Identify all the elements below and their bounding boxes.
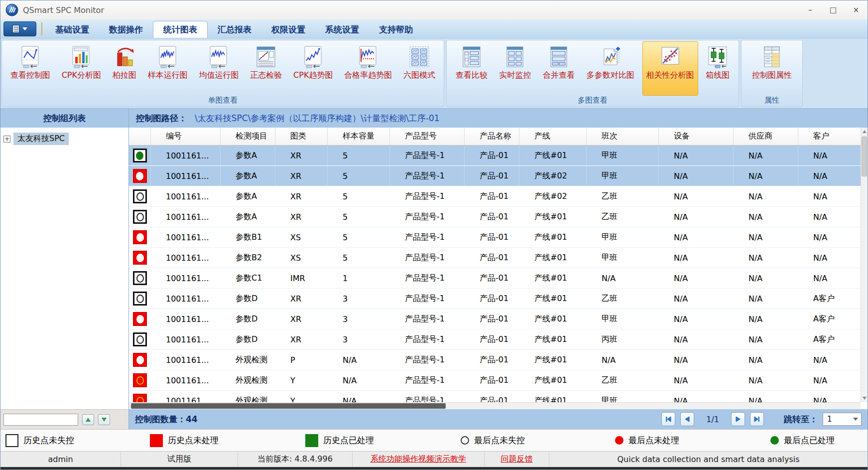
tab-6[interactable]: 系统设置 (315, 21, 369, 38)
tab-3[interactable]: 统计图表 (153, 21, 208, 38)
app-menu-button[interactable] (3, 21, 36, 36)
cell-检测项目: 参数C1 (221, 268, 275, 288)
status-segment-1: admin (0, 452, 121, 467)
tab-1[interactable]: 基础设置 (45, 21, 99, 38)
table-row[interactable]: 1001161...参数B2XS5产品型号-1产品-01产线#01甲班N/AN/… (129, 248, 861, 268)
cell-编号: 1001161... (151, 207, 221, 227)
table-row[interactable]: 1001161外观检测YN/A产品型号-1产品-01产线#01甲班N/AN/AN… (129, 391, 861, 402)
row-status-cell (129, 248, 151, 268)
tab-5[interactable]: 权限设置 (261, 21, 315, 38)
box-plot-button[interactable]: 箱线图 (702, 41, 734, 96)
table-row[interactable]: 1001161...外观检测YN/A产品型号-1产品-01产线#01乙班N/AN… (129, 370, 861, 391)
cell-客户: N/A (798, 268, 861, 288)
table-row[interactable]: 1001161...参数AXR5产品型号-1产品-01产线#01乙班N/AN/A… (129, 207, 861, 227)
column-header-6[interactable]: 产品名称 (465, 128, 519, 145)
cpk-trend-button[interactable]: CPK趋势图 (289, 41, 337, 96)
table-row[interactable]: 1001161...参数B1XS5产品型号-1产品-01产线#01甲班N/AN/… (129, 227, 861, 248)
table-row[interactable]: 1001161...参数AXR5产品型号-1产品-01产线#01甲班N/AN/A… (129, 146, 861, 166)
table-row[interactable]: 1001161...参数AXR5产品型号-1产品-01产线#02乙班N/AN/A… (129, 186, 861, 207)
close-button[interactable]: × (845, 0, 868, 19)
column-header-10[interactable]: 供应商 (734, 128, 798, 145)
box-plot-icon (706, 45, 729, 69)
horizontal-scroll-thumb[interactable] (131, 403, 446, 409)
search-input[interactable] (3, 414, 78, 426)
pareto-button[interactable]: 柏拉图 (109, 41, 140, 96)
pass-rate-trend-button[interactable]: 合格率趋势图 (340, 41, 396, 96)
cell-样本容量: 5 (328, 227, 390, 247)
tree-item-label[interactable]: 太友科技SPC (13, 133, 69, 145)
minimize-button[interactable]: – (799, 0, 822, 19)
table-row[interactable]: 1001161...参数DXR3产品型号-1产品-01产线#01乙班N/AN/A… (129, 289, 861, 309)
table-row[interactable]: 1001161...参数C1IMR1产品型号-1产品-01产线#01N/AN/A… (129, 268, 861, 289)
cpk-analysis-button[interactable]: CPK分析图 (58, 41, 105, 96)
scroll-down-arrow-icon[interactable] (861, 394, 868, 402)
last-page-button[interactable] (750, 412, 764, 426)
column-header-11[interactable]: 客户 (798, 128, 861, 145)
panel-bottom-controls (0, 409, 128, 429)
status-white-square-ring-dot-icon (133, 271, 147, 285)
column-header-4[interactable]: 样本容量 (328, 128, 390, 145)
correlation-analysis-button[interactable]: 相关性分析图 (642, 41, 698, 96)
status-link[interactable]: 系统功能操作视频演示教学 (371, 454, 466, 465)
scroll-up-arrow-icon[interactable] (861, 128, 868, 136)
cpk-trend-icon (302, 45, 325, 69)
column-header-7[interactable]: 产线 (519, 128, 587, 145)
chart-properties-button[interactable]: 控制图属性 (748, 41, 796, 96)
ribbon-button-label: 样本运行图 (148, 70, 188, 81)
sample-run-button[interactable]: 样本运行图 (144, 41, 192, 96)
status-link[interactable]: 问题反馈 (501, 454, 533, 465)
cell-产品型号: 产品型号-1 (390, 370, 465, 390)
cpk-analysis-icon (70, 45, 93, 69)
cell-样本容量: N/A (328, 350, 390, 370)
cell-产品名称: 产品-01 (465, 227, 519, 247)
move-up-button[interactable] (82, 414, 94, 425)
normality-test-button[interactable]: 正态检验 (246, 41, 286, 96)
jump-page-select[interactable]: 1 (823, 413, 862, 426)
table-row[interactable]: 1001161...外观检测PN/A产品型号-1产品-01产线#01N/AN/A… (129, 350, 861, 370)
six-chart-mode-button[interactable]: 六图模式 (399, 41, 439, 96)
ribbon-button-label: 柏拉图 (113, 70, 136, 81)
column-header-3[interactable]: 图类 (275, 128, 328, 145)
cell-产品名称: 产品-01 (465, 309, 519, 329)
cell-供应商: N/A (734, 227, 798, 247)
view-compare-button[interactable]: 查看比较 (452, 41, 492, 96)
circle-ring-icon (461, 436, 469, 445)
status-dot (136, 192, 144, 201)
mean-run-button[interactable]: 均值运行图 (195, 41, 243, 96)
tab-2[interactable]: 数据操作 (99, 21, 153, 38)
horizontal-scrollbar[interactable] (129, 402, 861, 409)
tree-item[interactable]: + 太友科技SPC (3, 133, 125, 145)
table-row[interactable]: 1001161...参数AXR5产品型号-1产品-01产线#02甲班N/AN/A… (129, 166, 861, 186)
move-down-button[interactable] (98, 414, 110, 425)
column-header-5[interactable]: 产品型号 (390, 128, 465, 145)
table-row[interactable]: 1001161...参数DXR3产品型号-1产品-01产线#01甲班N/AN/A… (129, 309, 861, 329)
vertical-scroll-thumb[interactable] (862, 137, 867, 176)
view-control-chart-button[interactable]: 查看控制图 (6, 41, 54, 96)
column-header-8[interactable]: 班次 (587, 128, 659, 145)
app-logo-icon (5, 3, 18, 16)
column-header-1[interactable]: 编号 (151, 128, 221, 145)
first-page-button[interactable] (661, 412, 675, 426)
next-page-button[interactable] (731, 412, 745, 426)
tab-4[interactable]: 汇总报表 (208, 21, 261, 38)
tab-7[interactable]: 支持帮助 (369, 21, 423, 38)
cell-样本容量: 3 (328, 289, 390, 309)
merged-view-button[interactable]: 合并查看 (539, 41, 579, 96)
cell-编号: 1001161... (151, 289, 221, 309)
ribbon-button-label: 查看控制图 (10, 70, 50, 81)
vertical-scrollbar[interactable] (861, 128, 868, 402)
legend-item: 最后点未失控 (461, 435, 615, 446)
tree-expander-icon[interactable]: + (3, 136, 10, 143)
ribbon-filler (805, 40, 867, 107)
status-dot (136, 376, 144, 385)
column-header-2[interactable]: 检测项目 (221, 128, 275, 145)
multi-param-compare-button[interactable]: 多参数对比图 (583, 41, 638, 96)
realtime-monitor-button[interactable]: 实时监控 (495, 41, 535, 96)
cell-产品名称: 产品-01 (465, 146, 519, 165)
cell-供应商: N/A (734, 248, 798, 268)
column-header-9[interactable]: 设备 (659, 128, 734, 145)
table-row[interactable]: 1001161...参数DXR3产品型号-1产品-01产线#01丙班N/AN/A… (129, 329, 861, 350)
prev-page-button[interactable] (680, 412, 694, 426)
table-footer-bar: 控制图数量：44 1/1 跳转至： 1 (129, 409, 868, 429)
maximize-button[interactable]: □ (822, 0, 845, 19)
